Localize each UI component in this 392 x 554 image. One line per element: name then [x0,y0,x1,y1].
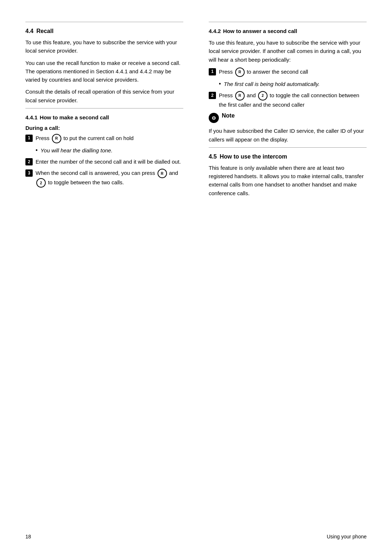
bullet-dot-2: • [219,80,221,88]
section-4-4-1-header-block: 4.4.1How to make a second call [25,114,183,120]
left-column: 4.4Recall To use this feature, you have … [25,22,191,201]
step-442-1: 1 Press R to answer the second call [209,67,367,77]
step-badge-2: 2 [25,158,33,165]
bullet-dot-1: • [36,146,38,154]
step-441-1-content: Press R to put the current call on hold [36,134,183,143]
step-442-1-press: Press [219,69,233,75]
step-441-2: 2 Enter the number of the second call an… [25,157,183,166]
section-4-4-title: Recall [36,28,53,34]
step-441-3: 3 When the second call is answered, you … [25,169,183,188]
section-4-5-text: This feature is only available when ther… [209,164,367,197]
step-442-2-content: Press R and 2 to toggle the call connect… [219,91,367,109]
note-label: Note [222,112,235,119]
step-badge-442-2: 2 [209,92,216,99]
step-badge-3: 3 [25,169,33,177]
divider-top-left [25,22,183,22]
section-4-4-2-intro: To use this feature, you have to subscri… [209,38,367,64]
step-441-3-text: When the second call is answered, you ca… [36,170,155,176]
two-icon-label-1: 2 [40,180,42,186]
step-442-1-text2: to answer the second call [247,69,308,75]
right-column: 4.4.2How to answer a second call To use … [205,22,367,201]
step-441-3-content: When the second call is answered, you ca… [36,169,183,188]
section-4-4-num: 4.4 [25,28,33,34]
note-block: ⊖ Note [209,112,367,123]
divider-top-right [209,22,367,22]
section-4-5-num: 4.5 [209,153,217,160]
r-button-icon-4: R [235,91,245,100]
bullet-441: • You will hear the dialling tone. [36,146,183,155]
r-button-icon-3: R [235,67,245,77]
r-button-icon-1: R [52,134,61,143]
two-button-icon-1: 2 [36,178,46,188]
step-441-3-text2: and [169,170,178,176]
step-441-1-text2: to put the current call on hold [64,135,134,141]
section-4-4-2-num: 4.4.2 [209,28,221,34]
section-4-4-para-3: Consult the details of recall operation … [25,87,183,104]
step-442-2-press: Press [219,92,233,98]
note-icon: ⊖ [209,113,219,123]
section-4-5-header: 4.5How to use the intercom [209,153,367,160]
step-442-2-text2: and [247,92,256,98]
step-442-1-content: Press R to answer the second call [219,67,367,77]
step-441-3-text3: to toggle between the two calls. [48,179,124,185]
section-4-5-title: How to use the intercom [220,153,287,160]
during-call-label: During a call: [25,125,183,131]
bullet-441-text: You will hear the dialling tone. [41,146,183,155]
page-number: 18 [25,534,31,539]
footer-right-text: Using your phone [327,534,367,539]
page: 4.4Recall To use this feature, you have … [0,0,392,554]
section-4-4-2-header-block: 4.4.2How to answer a second call [209,28,367,34]
two-icon-label-2: 2 [262,93,264,99]
step-441-1-press: Press [36,135,49,141]
step-441-1: 1 Press R to put the current call on hol… [25,134,183,143]
steps-442: 1 Press R to answer the second call • Th… [209,67,367,109]
section-4-4-para-2: You can use the recall function to make … [25,59,183,84]
bullet-442: • The first call is being hold automatic… [219,80,367,88]
r-icon-label-1: R [55,136,58,141]
section-4-4-block: 4.4Recall [25,28,183,34]
r-icon-label-3: R [238,69,241,75]
divider-441 [25,108,183,108]
two-button-icon-2: 2 [258,91,268,100]
note-text: If you have subscribed the Caller ID ser… [209,127,367,144]
step-442-2: 2 Press R and 2 to toggle the call conne… [209,91,367,109]
bullet-442-text: The first call is being hold automatical… [224,80,367,88]
page-footer: 18 Using your phone [25,534,367,539]
section-4-4-para-1: To use this feature, you have to subscri… [25,38,183,55]
section-4-4-2-title: How to answer a second call [223,28,297,34]
section-4-4-1-header: 4.4.1How to make a second call [25,114,183,120]
step-441-2-content: Enter the number of the second call and … [36,157,183,166]
section-4-5-header-block: 4.5How to use the intercom [209,153,367,160]
step-badge-442-1: 1 [209,68,216,75]
section-4-4-1-title: How to make a second call [40,114,109,120]
section-4-4-1-num: 4.4.1 [25,114,37,120]
r-icon-label-2: R [161,171,163,177]
r-icon-label-4: R [238,93,241,99]
section-4-4-header: 4.4Recall [25,28,183,34]
divider-45 [209,147,367,148]
steps-441: 1 Press R to put the current call on hol… [25,134,183,188]
r-button-icon-2: R [158,169,167,178]
section-4-4-2-header: 4.4.2How to answer a second call [209,28,367,34]
step-badge-1: 1 [25,135,33,142]
